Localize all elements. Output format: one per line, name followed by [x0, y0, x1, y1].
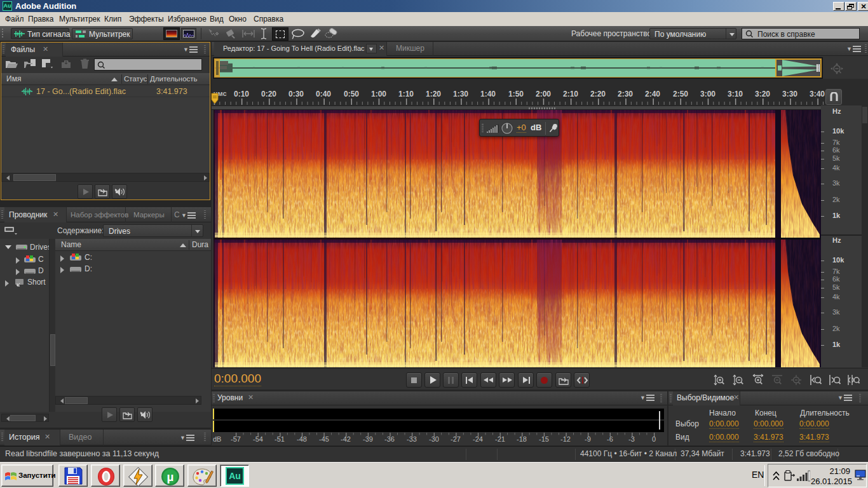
svg-text:µ: µ [167, 470, 174, 484]
